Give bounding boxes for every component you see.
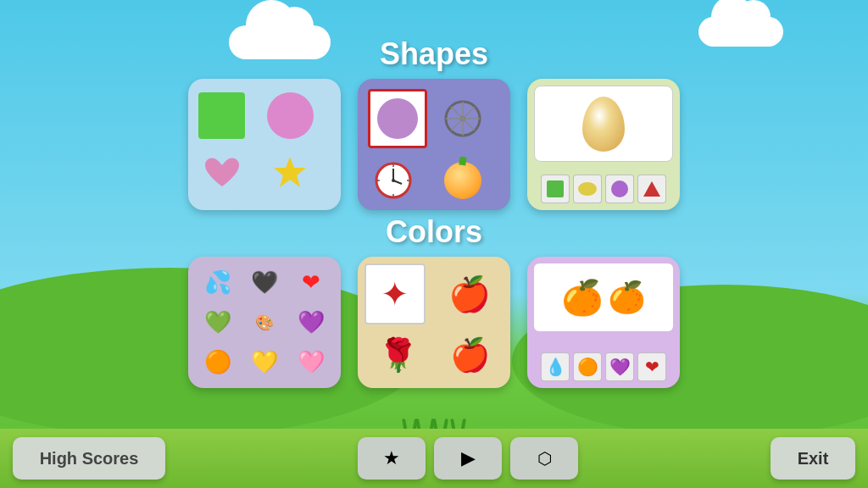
wheel-icon (437, 93, 488, 144)
red-splat-box: ✦ (364, 263, 426, 324)
shapes-section: Shapes (17, 36, 851, 210)
shapes-intro-card[interactable] (188, 79, 341, 210)
colors-title: Colors (386, 214, 482, 250)
exit-button[interactable]: Exit (771, 437, 855, 480)
egg-image-area (534, 86, 673, 162)
play-button[interactable]: ▶ (434, 437, 502, 480)
bottom-bar: High Scores ★ ▶ ⬡ Exit (0, 429, 868, 488)
clock-icon (368, 155, 419, 206)
pink-circle-shape (267, 92, 314, 139)
paint-splats-grid: 💦 🖤 ❤ 💚 🎨 💜 🟠 💛 🩷 (195, 263, 334, 381)
black-splat: 🖤 (242, 263, 287, 302)
star-icon (269, 152, 311, 195)
colors-section: Colors 💦 🖤 ❤ 💚 🎨 💜 🟠 💛 🩷 (17, 214, 851, 388)
red-splat-icon: ✦ (381, 274, 409, 313)
share-button[interactable]: ⬡ (510, 437, 578, 480)
choice-purple-circle-shape (611, 180, 628, 197)
main-content: Shapes (0, 0, 868, 429)
green-square-shape (198, 92, 245, 139)
svg-point-14 (392, 179, 395, 182)
shape-choices-row (534, 175, 673, 203)
shapes-title: Shapes (380, 36, 488, 72)
svg-line-10 (451, 119, 463, 130)
choice-red-triangle-shape (643, 181, 660, 197)
high-scores-button[interactable]: High Scores (13, 437, 165, 480)
rose-icon: 🌹 (364, 336, 432, 374)
svg-line-8 (463, 107, 475, 119)
purple-circle-inner (377, 98, 418, 139)
share-icon: ⬡ (537, 448, 552, 469)
orange-shape (444, 162, 481, 199)
choice-yellow-oval[interactable] (573, 175, 602, 203)
purple-splat-color: 💜 (289, 303, 334, 341)
orange-splat-color: 🟠 (195, 343, 240, 381)
svg-line-9 (463, 119, 475, 130)
palette-icon: 🎨 (242, 303, 287, 341)
heart-icon (201, 152, 243, 195)
pink-heart-shape (198, 150, 245, 197)
play-icon: ▶ (461, 447, 476, 469)
choice-purple-splat[interactable]: 💜 (605, 352, 634, 381)
choice-red-triangle[interactable] (637, 175, 666, 203)
shapes-identify-card[interactable] (527, 79, 680, 210)
orange-fruits-area: 🍊 🍊 (534, 263, 673, 331)
colors-quiz-card[interactable]: ✦ 🍎 🌹 🍎 (358, 257, 510, 388)
clock-svg-icon (373, 160, 414, 201)
shapes-cards-row (188, 79, 680, 210)
choice-red-splat[interactable]: ❤ (637, 352, 666, 381)
green-splat: 💚 (195, 303, 240, 341)
svg-line-7 (451, 107, 463, 119)
choice-blue-splat[interactable]: 💧 (541, 352, 570, 381)
center-buttons: ★ ▶ ⬡ (358, 437, 578, 480)
svg-marker-0 (274, 157, 306, 187)
star-icon: ★ (383, 447, 400, 469)
bicycle-wheel-icon (442, 98, 483, 139)
red-splat-color: ❤ (289, 263, 334, 302)
favorites-button[interactable]: ★ (358, 437, 426, 480)
choice-green-square-shape (547, 180, 564, 197)
circle-in-red-box (368, 89, 427, 148)
pomegranate-icon: 🍎 (437, 336, 504, 374)
blue-splat: 💦 (195, 263, 240, 302)
choice-green-square[interactable] (541, 175, 570, 203)
orange-fruit-icon (437, 155, 488, 206)
choice-orange-splat[interactable]: 🟠 (573, 352, 602, 381)
shapes-quiz-card[interactable] (358, 79, 510, 210)
apple-icon: 🍎 (437, 274, 504, 314)
egg-shape (582, 97, 625, 152)
orange-icon-1: 🍊 (561, 278, 604, 318)
pink-splat: 🩷 (289, 343, 334, 381)
colors-cards-row: 💦 🖤 ❤ 💚 🎨 💜 🟠 💛 🩷 ✦ 🍎 🌹 🍎 (188, 257, 680, 388)
orange-icon-2: 🍊 (608, 280, 646, 315)
colors-identify-card[interactable]: 🍊 🍊 💧 🟠 💜 ❤ (527, 257, 680, 388)
color-choices-row: 💧 🟠 💜 ❤ (534, 352, 673, 381)
yellow-star-shape (267, 150, 314, 197)
choice-purple-circle[interactable] (605, 175, 634, 203)
colors-intro-card[interactable]: 💦 🖤 ❤ 💚 🎨 💜 🟠 💛 🩷 (188, 257, 341, 388)
choice-yellow-oval-shape (578, 182, 597, 196)
yellow-splat: 💛 (242, 343, 287, 381)
